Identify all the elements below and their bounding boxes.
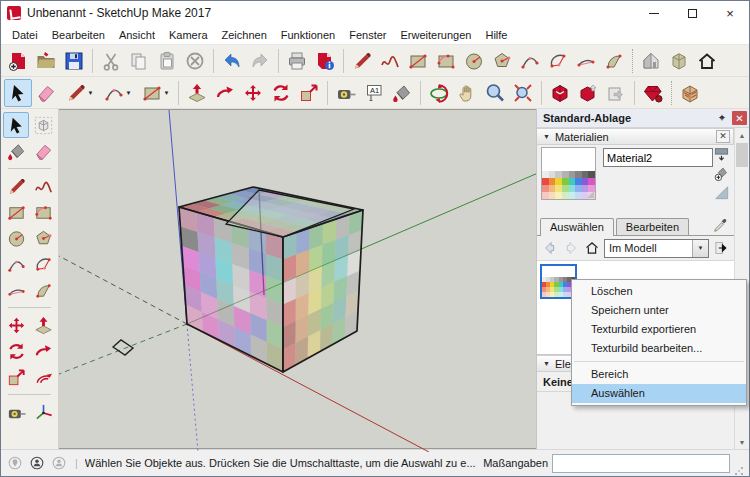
rotated-rectangle-tool[interactable]	[30, 199, 56, 225]
push-pull-tool[interactable]	[30, 312, 56, 338]
offset-tool[interactable]	[30, 364, 56, 390]
tape-measure-button[interactable]	[332, 79, 360, 107]
polygon-tool-button[interactable]	[488, 47, 516, 75]
print-button[interactable]	[283, 47, 311, 75]
arc-tool[interactable]	[3, 251, 29, 277]
close-button[interactable]: ×	[711, 1, 749, 25]
zoom-tool-button[interactable]	[481, 79, 509, 107]
move-tool-button[interactable]	[239, 79, 267, 107]
follow-me-tool-button[interactable]	[211, 79, 239, 107]
arc2-tool[interactable]	[3, 277, 29, 303]
scroll-up-icon[interactable]: ▲	[735, 128, 749, 142]
axes-tool[interactable]	[30, 399, 56, 425]
materials-section-header[interactable]: ▼ Materialien ✕	[537, 128, 734, 145]
material-name-input[interactable]	[603, 148, 713, 167]
select-tool-button[interactable]	[4, 79, 32, 107]
paste-button[interactable]	[153, 47, 181, 75]
paint-bucket-button[interactable]	[388, 79, 416, 107]
text-tool-button[interactable]: A1	[360, 79, 388, 107]
scroll-down-icon[interactable]: ▼	[735, 435, 749, 449]
collection-dropdown[interactable]: Im Modell ▼	[604, 239, 709, 258]
circle-tool[interactable]	[3, 225, 29, 251]
redo-button[interactable]	[246, 47, 274, 75]
copy-button[interactable]	[125, 47, 153, 75]
open-button[interactable]	[32, 47, 60, 75]
freehand-tool[interactable]	[30, 173, 56, 199]
menu-hilfe[interactable]: Hilfe	[478, 27, 514, 43]
materials-close-button[interactable]: ✕	[716, 130, 730, 143]
arc2-tool-button[interactable]	[572, 47, 600, 75]
scale-tool-button[interactable]	[295, 79, 323, 107]
texture-button[interactable]	[676, 79, 704, 107]
context-menu-item[interactable]: Texturbild exportieren	[572, 320, 746, 339]
polygon-tool[interactable]	[30, 225, 56, 251]
in-model-home-button[interactable]	[583, 239, 601, 257]
measurements-input[interactable]	[552, 454, 730, 473]
dropdown-caret-icon[interactable]: ▼	[164, 90, 170, 96]
menu-bearbeiten[interactable]: Bearbeiten	[45, 27, 112, 43]
model-info-button[interactable]	[311, 47, 339, 75]
rectangle-tool-button[interactable]	[404, 47, 432, 75]
rotate-tool-button[interactable]	[267, 79, 295, 107]
minimize-button[interactable]	[635, 1, 673, 25]
set-default-material-button[interactable]	[711, 183, 731, 202]
make-component-tool[interactable]	[30, 112, 56, 138]
eraser-tool-button[interactable]	[32, 79, 60, 107]
tape-measure-tool[interactable]	[3, 399, 29, 425]
scrollbar-thumb[interactable]	[736, 143, 748, 167]
rectangle-dropdown-button[interactable]: ▼	[136, 79, 174, 107]
undo-button[interactable]	[218, 47, 246, 75]
paint-bucket-tool[interactable]	[3, 138, 29, 164]
select-tool[interactable]	[3, 112, 29, 138]
menu-erweiterungen[interactable]: Erweiterungen	[394, 27, 479, 43]
view-iso-button[interactable]	[637, 47, 665, 75]
rotated-rectangle-tool-button[interactable]	[432, 47, 460, 75]
cube-face-right[interactable]	[283, 210, 363, 372]
tray-close-button[interactable]: ✕	[732, 111, 747, 125]
context-menu-item[interactable]: Bereich	[572, 365, 746, 384]
claim-credit-status[interactable]	[28, 454, 46, 472]
pan-tool-button[interactable]	[453, 79, 481, 107]
scale-tool[interactable]	[3, 364, 29, 390]
geolocation-status[interactable]	[6, 454, 24, 472]
tab-auswaehlen[interactable]: Auswählen	[540, 218, 614, 236]
context-menu-item[interactable]: Löschen	[572, 282, 746, 301]
dropdown-caret-icon[interactable]: ▼	[88, 90, 94, 96]
details-arrow-button[interactable]	[712, 239, 730, 257]
line-tool[interactable]	[3, 173, 29, 199]
sign-in-status[interactable]	[50, 454, 68, 472]
arc-dropdown-button[interactable]: ▼	[98, 79, 136, 107]
home-view-button[interactable]	[693, 47, 721, 75]
dropdown-caret-icon[interactable]: ▼	[126, 90, 132, 96]
context-menu-item[interactable]: Auswählen	[572, 384, 746, 403]
line-dropdown-button[interactable]: ▼	[60, 79, 98, 107]
pie2-tool-button[interactable]	[600, 47, 628, 75]
rotate-tool[interactable]	[3, 338, 29, 364]
freehand-tool-button[interactable]	[376, 47, 404, 75]
line-tool-button[interactable]	[348, 47, 376, 75]
extension-warehouse-button[interactable]	[639, 79, 667, 107]
create-material-button[interactable]	[711, 164, 731, 183]
context-menu-item[interactable]: Texturbild bearbeiten...	[572, 339, 746, 358]
context-menu-item[interactable]: Speichern unter	[572, 301, 746, 320]
menu-zeichnen[interactable]: Zeichnen	[215, 27, 274, 43]
menu-fenster[interactable]: Fenster	[342, 27, 393, 43]
share-component-button[interactable]	[602, 79, 630, 107]
chevron-down-icon[interactable]: ▼	[692, 240, 708, 257]
maximize-button[interactable]	[673, 1, 711, 25]
pie2-tool[interactable]	[30, 277, 56, 303]
menu-kamera[interactable]: Kamera	[162, 27, 215, 43]
share-model-button[interactable]	[574, 79, 602, 107]
model-viewport[interactable]	[59, 109, 536, 449]
arc-tool-button[interactable]	[516, 47, 544, 75]
menu-datei[interactable]: Datei	[5, 27, 45, 43]
tray-header[interactable]: Standard-Ablage ⌖ ✕	[537, 109, 749, 128]
menu-funktionen[interactable]: Funktionen	[274, 27, 342, 43]
circle-tool-button[interactable]	[460, 47, 488, 75]
back-button[interactable]	[541, 239, 559, 257]
delete-button[interactable]	[181, 47, 209, 75]
save-button[interactable]	[60, 47, 88, 75]
pie-tool[interactable]	[30, 251, 56, 277]
menu-ansicht[interactable]: Ansicht	[112, 27, 162, 43]
secondary-pane-toggle-button[interactable]	[711, 145, 731, 164]
